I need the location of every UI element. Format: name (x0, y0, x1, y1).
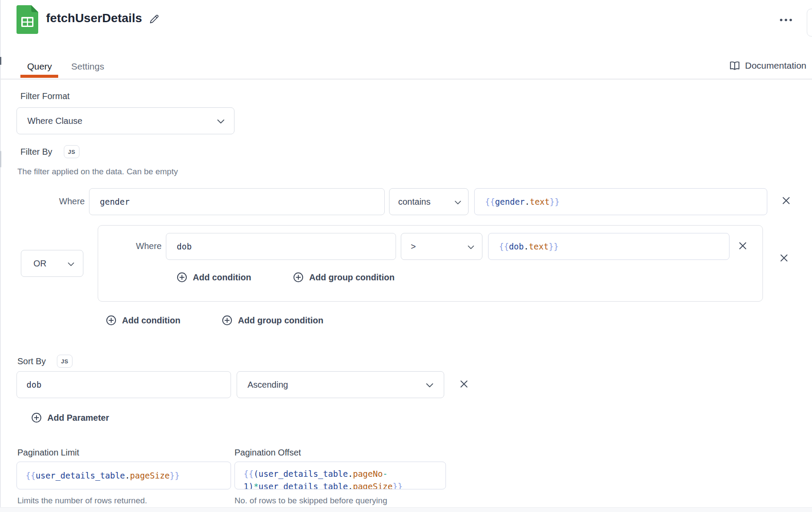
more-menu-button[interactable] (778, 16, 795, 23)
close-icon (460, 380, 468, 389)
filter-by-js-toggle[interactable]: JS (64, 145, 79, 158)
panel-left-tick (0, 57, 1, 65)
scrollbar-thumb[interactable] (0, 151, 1, 167)
pencil-icon (149, 20, 160, 26)
filter-format-value: Where Clause (27, 116, 83, 126)
edit-title-button[interactable] (148, 13, 161, 26)
query-editor-panel: fetchUserDetails Query Settings (0, 0, 812, 512)
group-logic-select[interactable]: OR (21, 250, 83, 277)
chevron-down-icon (426, 380, 433, 390)
where-label: Where (43, 196, 85, 206)
where-label: Where (122, 241, 162, 251)
documentation-label: Documentation (745, 60, 806, 71)
remove-group-button[interactable] (778, 253, 790, 265)
add-parameter-label: Add Parameter (47, 413, 109, 423)
sort-by-label: Sort By (17, 356, 46, 366)
circle-plus-icon (177, 272, 187, 283)
group-add-group-condition-button[interactable]: Add group condition (293, 272, 395, 283)
pagination-offset-label: Pagination Offset (234, 448, 301, 458)
filter-format-label: Filter Format (20, 91, 69, 101)
add-condition-label: Add condition (122, 316, 180, 326)
close-icon (780, 254, 788, 263)
remove-condition-button[interactable] (780, 195, 792, 207)
active-tab-underline (20, 75, 58, 78)
pagination-offset-helper: No. of rows to be skipped before queryin… (234, 496, 387, 505)
chevron-down-icon (468, 242, 474, 252)
panel-left-divider (0, 0, 1, 512)
remove-group-condition-button[interactable] (736, 240, 749, 253)
filter-by-label: Filter By (20, 147, 52, 157)
pagination-offset-input[interactable]: {{(user_details_table.pageNo- 1)*user_de… (234, 462, 446, 489)
book-icon (729, 60, 740, 71)
pagination-offset-line1: {{(user_details_table.pageNo- (244, 468, 437, 480)
close-icon (739, 242, 747, 251)
add-group-condition-label: Add group condition (238, 316, 323, 326)
add-group-condition-button[interactable]: Add group condition (222, 315, 323, 326)
group-condition-operator-value: > (411, 242, 416, 252)
tab-query[interactable]: Query (21, 61, 58, 72)
add-condition-button[interactable]: Add condition (106, 315, 180, 326)
google-sheets-icon (17, 5, 38, 36)
circle-plus-icon (293, 272, 304, 283)
filter-format-select[interactable]: Where Clause (17, 107, 234, 134)
circle-plus-icon (222, 315, 232, 326)
ellipsis-icon (779, 17, 794, 23)
circle-plus-icon (31, 412, 42, 423)
pagination-limit-input[interactable]: {{user_details_table.pageSize}} (17, 462, 231, 489)
documentation-link[interactable]: Documentation (729, 60, 806, 71)
sort-order-select[interactable]: Ascending (237, 371, 444, 398)
group-add-condition-button[interactable]: Add condition (177, 272, 251, 283)
group-condition-value-input[interactable]: {{dob.text}} (488, 233, 729, 260)
group-condition-operator-select[interactable]: > (401, 233, 482, 260)
tabbar-divider (0, 79, 812, 80)
chevron-down-icon (217, 116, 224, 126)
close-icon (782, 196, 790, 206)
group-logic-value: OR (33, 259, 46, 269)
remove-sort-button[interactable] (458, 379, 470, 391)
chevron-down-icon (455, 197, 461, 207)
group-add-group-condition-label: Add group condition (309, 273, 395, 283)
condition-operator-value: contains (398, 197, 431, 207)
bottom-pane-edge (0, 507, 812, 512)
group-condition-key-input[interactable]: dob (166, 233, 396, 260)
chevron-down-icon (68, 259, 74, 269)
pagination-limit-helper: Limits the number of rows returned. (17, 496, 147, 505)
sort-column-input[interactable]: dob (17, 371, 231, 398)
partial-edge-button[interactable] (807, 9, 812, 37)
add-parameter-button[interactable]: Add Parameter (31, 412, 109, 423)
tab-settings[interactable]: Settings (66, 61, 109, 72)
circle-plus-icon (106, 315, 116, 326)
pagination-offset-line2: 1)*user_details_table.pageSize}} (244, 480, 437, 489)
condition-key-input[interactable]: gender (89, 188, 385, 215)
pagination-limit-label: Pagination Limit (17, 448, 79, 458)
filter-by-helper: The filter applied on the data. Can be e… (17, 167, 178, 176)
sort-order-value: Ascending (248, 380, 288, 390)
condition-value-input[interactable]: {{gender.text}} (474, 188, 767, 215)
group-add-condition-label: Add condition (193, 273, 251, 283)
sort-by-js-toggle[interactable]: JS (57, 355, 73, 368)
condition-operator-select[interactable]: contains (389, 188, 469, 215)
page-title: fetchUserDetails (46, 11, 142, 25)
